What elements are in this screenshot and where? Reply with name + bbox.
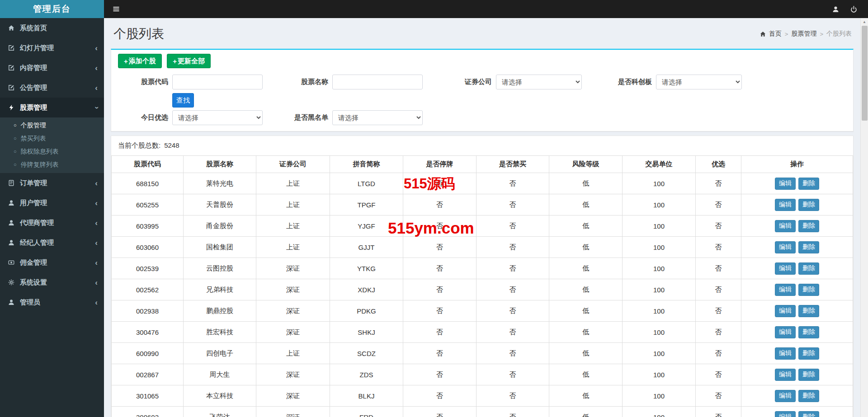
blacklist-select[interactable]: 请选择 xyxy=(332,110,423,125)
sidebar-subitem-suspend-list[interactable]: ○ 停牌复牌列表 xyxy=(0,158,104,171)
cell-stock-code: 002539 xyxy=(112,258,184,279)
cell-unit: 100 xyxy=(623,364,696,385)
delete-button[interactable]: 删除 xyxy=(798,347,819,360)
delete-button[interactable]: 删除 xyxy=(798,369,819,381)
edit-button[interactable]: 编辑 xyxy=(775,241,796,253)
filter-panel: +添加个股 +更新全部 股票代码 股票名称 证券公司 请选择 xyxy=(111,49,854,131)
edit-button[interactable]: 编辑 xyxy=(775,369,796,381)
sidebar-item-broker[interactable]: 经纪人管理 ‹ xyxy=(0,233,104,253)
edit-button[interactable]: 编辑 xyxy=(775,284,796,296)
cell-stock-code: 300476 xyxy=(112,322,184,343)
delete-button[interactable]: 删除 xyxy=(798,284,819,296)
user-menu-button[interactable] xyxy=(826,0,844,18)
sidebar-subitem-stock-list[interactable]: ○ 个股管理 xyxy=(0,119,104,132)
sidebar-item-content[interactable]: 内容管理 ‹ xyxy=(0,58,104,78)
sidebar-item-settings[interactable]: 系统设置 ‹ xyxy=(0,272,104,292)
table-row: 600990 四创电子 上证 SCDZ 否 否 低 100 否 编辑删除 xyxy=(112,343,853,364)
edit-button[interactable]: 编辑 xyxy=(775,347,796,360)
cell-stock-name: 甬金股份 xyxy=(184,216,256,237)
edit-button[interactable]: 编辑 xyxy=(775,305,796,317)
stock-name-input[interactable] xyxy=(332,75,423,89)
column-header: 是否停牌 xyxy=(403,156,476,173)
update-all-button[interactable]: +更新全部 xyxy=(167,54,211,68)
scroll-up-arrow[interactable]: ▲ xyxy=(861,18,868,25)
column-header: 风险等级 xyxy=(549,156,623,173)
stock-count-label: 当前个股总数: xyxy=(118,141,160,149)
cell-stock-code: 688150 xyxy=(112,173,184,194)
cell-stock-code: 300602 xyxy=(112,407,184,417)
edit-button[interactable]: 编辑 xyxy=(775,220,796,232)
breadcrumb-separator: > xyxy=(785,31,788,37)
stock-code-label: 股票代码 xyxy=(118,78,172,86)
table-row: 002539 云图控股 深证 YTKG 否 否 低 100 否 编辑删除 xyxy=(112,258,853,279)
app-logo[interactable]: 管理后台 xyxy=(0,0,104,18)
column-header: 拼音简称 xyxy=(330,156,403,173)
sidebar-item-admin[interactable]: 管理员 ‹ xyxy=(0,292,104,312)
cell-unit: 100 xyxy=(623,300,696,322)
stock-submenu: ○ 个股管理 ○ 禁买列表 ○ 除权除息列表 ○ 停牌复牌列表 xyxy=(0,117,104,173)
cell-suspended: 否 xyxy=(403,194,476,216)
add-stock-button[interactable]: +添加个股 xyxy=(118,54,162,68)
delete-button[interactable]: 删除 xyxy=(798,390,819,402)
sidebar-subitem-exdividend-list[interactable]: ○ 除权除息列表 xyxy=(0,145,104,158)
cell-pinyin: FRD xyxy=(330,407,403,417)
chevron-down-icon: ‹ xyxy=(93,106,100,109)
cell-unit: 100 xyxy=(623,407,696,417)
user-icon xyxy=(8,220,14,226)
sidebar-item-announcement[interactable]: 公告管理 ‹ xyxy=(0,78,104,98)
cell-stock-code: 603060 xyxy=(112,237,184,258)
stock-count-value: 5248 xyxy=(164,141,179,149)
column-header: 是否禁买 xyxy=(476,156,549,173)
edit-button[interactable]: 编辑 xyxy=(775,411,796,417)
cell-actions: 编辑删除 xyxy=(741,300,853,322)
sidebar-item-stock[interactable]: 股票管理 ‹ xyxy=(0,98,104,117)
kcb-select[interactable]: 请选择 xyxy=(656,75,742,89)
sidebar-item-agent[interactable]: 代理商管理 ‹ xyxy=(0,213,104,233)
scrollbar-thumb[interactable] xyxy=(862,26,868,121)
stock-code-input[interactable] xyxy=(172,75,263,89)
cell-preferred: 否 xyxy=(696,407,741,417)
breadcrumb-section-link[interactable]: 股票管理 xyxy=(791,30,816,38)
edit-button[interactable]: 编辑 xyxy=(775,178,796,190)
sidebar-subitem-ban-list[interactable]: ○ 禁买列表 xyxy=(0,132,104,145)
cell-suspended: 否 xyxy=(403,279,476,300)
sidebar-item-dashboard[interactable]: 系统首页 xyxy=(0,18,104,38)
edit-button[interactable]: 编辑 xyxy=(775,326,796,338)
delete-button[interactable]: 删除 xyxy=(798,241,819,253)
cell-stock-name: 天普股份 xyxy=(184,194,256,216)
cell-unit: 100 xyxy=(623,194,696,216)
delete-button[interactable]: 删除 xyxy=(798,199,819,211)
cell-company: 深证 xyxy=(256,385,330,407)
cell-actions: 编辑删除 xyxy=(741,343,853,364)
search-button[interactable]: 查找 xyxy=(172,93,194,108)
sidebar-item-user[interactable]: 用户管理 ‹ xyxy=(0,193,104,213)
sidebar-toggle-button[interactable] xyxy=(104,0,128,18)
logout-button[interactable] xyxy=(844,0,863,18)
delete-button[interactable]: 删除 xyxy=(798,326,819,338)
delete-button[interactable]: 删除 xyxy=(798,305,819,317)
securities-company-select[interactable]: 请选择 xyxy=(496,75,582,89)
breadcrumb-home-link[interactable]: 首页 xyxy=(769,30,782,38)
cell-risk: 低 xyxy=(549,258,623,279)
edit-button[interactable]: 编辑 xyxy=(775,262,796,275)
sidebar-item-slideshow[interactable]: 幻灯片管理 ‹ xyxy=(0,38,104,58)
sidebar-item-order[interactable]: 订单管理 ‹ xyxy=(0,173,104,193)
today-preferred-select[interactable]: 请选择 xyxy=(172,110,263,125)
sidebar-item-label: 代理商管理 xyxy=(20,219,54,227)
cell-risk: 低 xyxy=(549,343,623,364)
delete-button[interactable]: 删除 xyxy=(798,220,819,232)
vertical-scrollbar[interactable]: ▲ xyxy=(860,18,868,417)
cell-company: 深证 xyxy=(256,300,330,322)
kcb-label: 是否科创板 xyxy=(602,78,656,86)
delete-button[interactable]: 删除 xyxy=(798,178,819,190)
cell-company: 深证 xyxy=(256,279,330,300)
edit-button[interactable]: 编辑 xyxy=(775,390,796,402)
table-row: 002562 兄弟科技 深证 XDKJ 否 否 低 100 否 编辑删除 xyxy=(112,279,853,300)
plus-icon: + xyxy=(124,57,128,65)
delete-button[interactable]: 删除 xyxy=(798,411,819,417)
sidebar-item-commission[interactable]: 佣金管理 ‹ xyxy=(0,253,104,272)
edit-button[interactable]: 编辑 xyxy=(775,199,796,211)
delete-button[interactable]: 删除 xyxy=(798,262,819,275)
table-row: 603060 国检集团 上证 GJJT 否 否 低 100 否 编辑删除 xyxy=(112,237,853,258)
toolbar: +添加个股 +更新全部 xyxy=(118,54,846,68)
